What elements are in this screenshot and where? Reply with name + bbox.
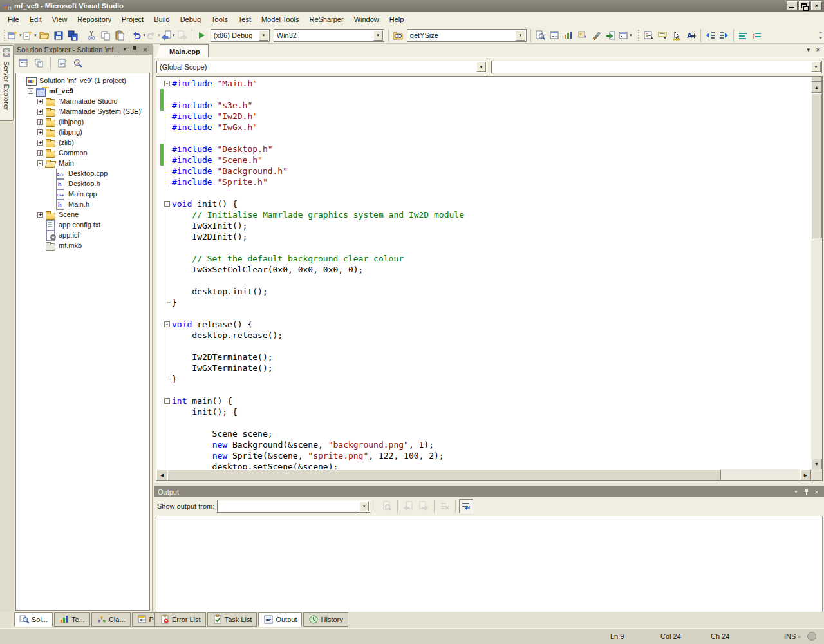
- code-line-5[interactable]: #include "IwGx.h": [156, 122, 811, 133]
- code-line-33[interactable]: Scene scene;: [156, 428, 811, 439]
- se-properties-icon[interactable]: [16, 56, 30, 70]
- tree-item-libjpeg[interactable]: +(libjpeg): [16, 117, 149, 127]
- increase-indent-icon[interactable]: [717, 28, 731, 43]
- code-line-14[interactable]: IwGxInit();: [156, 220, 811, 231]
- tab-main-cpp[interactable]: Main.cpp: [160, 44, 209, 57]
- toolbar-grip[interactable]: [638, 30, 639, 41]
- tree-item-mf-vc9[interactable]: -mf_vc9: [16, 86, 149, 96]
- split-handle[interactable]: [811, 77, 822, 82]
- code-line-26[interactable]: Iw2DTerminate();: [156, 352, 811, 363]
- collapse-region-icon[interactable]: -: [164, 201, 170, 207]
- code-line-3[interactable]: #include "s3e.h": [156, 100, 811, 111]
- dock-tab-te[interactable]: Te...: [54, 612, 90, 627]
- expand-icon[interactable]: +: [37, 212, 43, 218]
- server-explorer-tab[interactable]: Server Explorer: [0, 45, 14, 121]
- menu-help[interactable]: Help: [384, 12, 409, 27]
- menu-resharper[interactable]: ReSharper: [304, 12, 348, 27]
- solution-explorer-icon[interactable]: [561, 28, 576, 43]
- menu-project[interactable]: Project: [117, 12, 149, 27]
- menu-edit[interactable]: Edit: [24, 12, 47, 27]
- code-line-34[interactable]: new Background(&scene, "background.png",…: [156, 439, 811, 450]
- comment-lines-icon[interactable]: [736, 28, 750, 43]
- code-line-16[interactable]: [156, 242, 811, 253]
- scroll-down-icon[interactable]: ▼: [811, 459, 822, 469]
- code-line-20[interactable]: desktop.init();: [156, 286, 811, 297]
- code-line-27[interactable]: IwGxTerminate();: [156, 363, 811, 374]
- code-line-32[interactable]: [156, 417, 811, 428]
- chevron-down-icon[interactable]: ▼: [476, 62, 486, 72]
- decrease-indent-icon[interactable]: [703, 28, 717, 43]
- horizontal-scroll-thumb[interactable]: [167, 469, 721, 480]
- quick-info-icon[interactable]: [670, 28, 684, 43]
- scroll-up-icon[interactable]: ▲: [811, 82, 822, 93]
- code-line-11[interactable]: [156, 187, 811, 198]
- menu-model-tools[interactable]: Model Tools: [256, 12, 304, 27]
- code-line-31[interactable]: init(); {: [156, 406, 811, 417]
- minimize-button[interactable]: [787, 1, 798, 10]
- chevron-down-icon[interactable]: ▼: [516, 30, 525, 41]
- menu-repository[interactable]: Repository: [72, 12, 117, 27]
- find-in-files-icon[interactable]: [391, 28, 405, 43]
- code-line-1[interactable]: -#include "Main.h": [156, 78, 811, 89]
- window-position-icon[interactable]: ▼: [792, 488, 800, 496]
- prev-message-icon[interactable]: [401, 499, 415, 513]
- output-content[interactable]: [156, 516, 823, 612]
- navigate-forward-icon[interactable]: [176, 28, 190, 43]
- find-combo[interactable]: getYSize ▼: [407, 29, 527, 42]
- code-line-28[interactable]: }: [156, 374, 811, 384]
- active-files-dropdown-icon[interactable]: ▼: [806, 47, 811, 53]
- parameter-info-icon[interactable]: [656, 28, 670, 43]
- tree-item-scene[interactable]: +Scene: [16, 209, 149, 220]
- copy-icon[interactable]: [98, 28, 113, 43]
- tree-item-app-icf[interactable]: app.icf: [16, 230, 149, 240]
- solution-platform-combo[interactable]: Win32 ▼: [274, 29, 384, 42]
- chevron-down-icon[interactable]: ▼: [259, 30, 268, 41]
- close-button[interactable]: ×: [811, 1, 822, 10]
- pin-icon[interactable]: [131, 45, 139, 53]
- expand-icon[interactable]: +: [37, 99, 43, 104]
- tree-item-solution-mf-vc9-1-project[interactable]: Solution 'mf_vc9' (1 project): [16, 75, 149, 86]
- find-message-icon[interactable]: [380, 499, 394, 513]
- find-symbol-icon[interactable]: [533, 28, 547, 43]
- scroll-left-icon[interactable]: ◀: [156, 469, 167, 480]
- menu-debug[interactable]: Debug: [175, 12, 206, 27]
- view-code-icon[interactable]: [55, 56, 69, 70]
- tree-item-marmalade-system-s3e[interactable]: +'Marmalade System (S3E)': [16, 106, 149, 117]
- dock-tab-task-list[interactable]: Task List: [207, 612, 258, 627]
- code-line-2[interactable]: [156, 89, 811, 100]
- solution-configuration-combo[interactable]: (x86) Debug ▼: [211, 29, 270, 42]
- expand-icon[interactable]: +: [37, 140, 43, 146]
- types-combo[interactable]: (Global Scope) ▼: [156, 61, 487, 73]
- tree-item-marmalade-studio[interactable]: +'Marmalade Studio': [16, 96, 149, 106]
- redo-icon[interactable]: ▼: [146, 28, 161, 43]
- open-file-icon[interactable]: [37, 28, 52, 43]
- output-titlebar[interactable]: Output ▼ ×: [154, 486, 824, 497]
- collapse-region-icon[interactable]: -: [164, 321, 170, 327]
- code-line-22[interactable]: [156, 308, 811, 319]
- vertical-scrollbar[interactable]: ▲ ▼: [811, 77, 822, 469]
- expand-icon[interactable]: +: [37, 150, 43, 156]
- undo-icon[interactable]: ▼: [131, 28, 146, 43]
- code-line-6[interactable]: [156, 133, 811, 144]
- tree-item-main-cpp[interactable]: Main.cpp: [16, 189, 149, 199]
- code-line-36[interactable]: desktop.setScene(&scene);: [156, 461, 811, 469]
- code-line-25[interactable]: [156, 341, 811, 352]
- code-line-23[interactable]: -void release() {: [156, 319, 811, 330]
- dock-tab-cla[interactable]: Cla...: [91, 612, 131, 627]
- close-icon[interactable]: ×: [141, 45, 149, 53]
- code-text-area[interactable]: -#include "Main.h"#include "s3e.h"#inclu…: [156, 77, 811, 469]
- code-line-17[interactable]: // Set the default background clear colo…: [156, 253, 811, 264]
- new-project-icon[interactable]: ▼: [8, 28, 23, 43]
- code-line-18[interactable]: IwGxSetColClear(0x0, 0x0, 0x0, 0);: [156, 264, 811, 275]
- window-position-icon[interactable]: ▼: [120, 45, 129, 53]
- chevron-down-icon[interactable]: ▼: [811, 62, 821, 72]
- menu-test[interactable]: Test: [233, 12, 256, 27]
- tree-item-main-h[interactable]: Main.h: [16, 199, 149, 209]
- tree-item-main[interactable]: -Main: [16, 158, 149, 168]
- paste-icon[interactable]: [113, 28, 127, 43]
- expand-icon[interactable]: +: [37, 119, 43, 125]
- code-line-12[interactable]: -void init() {: [156, 198, 811, 209]
- tree-item-desktop-h[interactable]: Desktop.h: [16, 178, 149, 189]
- restore-button[interactable]: [799, 1, 810, 10]
- code-line-4[interactable]: #include "Iw2D.h": [156, 111, 811, 122]
